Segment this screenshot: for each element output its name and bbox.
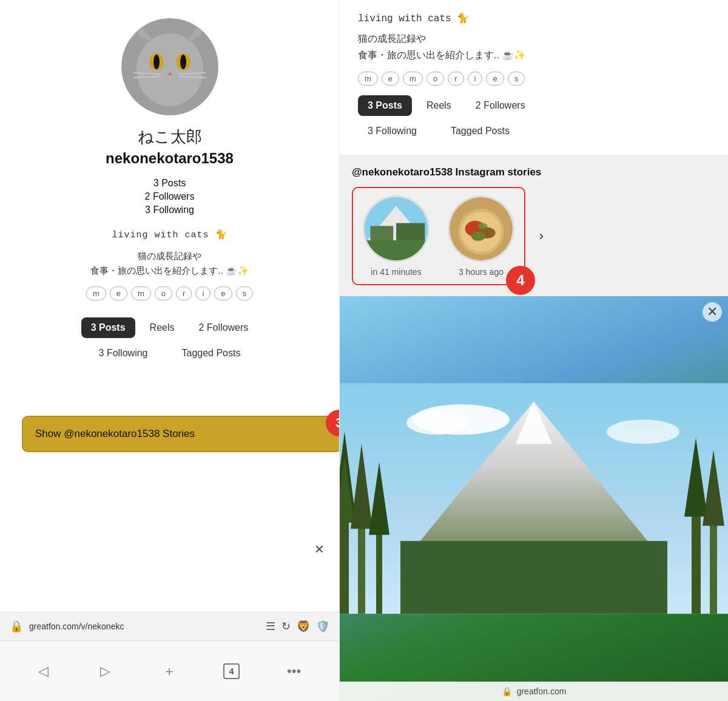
posts-count: 3 Posts	[153, 178, 186, 189]
svg-point-4	[153, 55, 160, 69]
vpn-icon[interactable]: 🛡️	[316, 620, 329, 633]
r-tab-reels[interactable]: Reels	[417, 95, 461, 116]
tab-posts[interactable]: 3 Posts	[81, 317, 135, 338]
r-highlight-i[interactable]: i	[468, 72, 483, 86]
stories-next-chevron[interactable]: ›	[539, 228, 544, 244]
popup-close-button[interactable]: ✕	[314, 542, 325, 557]
story-thumb-1	[363, 195, 430, 262]
tab-followers[interactable]: 2 Followers	[189, 317, 258, 338]
svg-rect-33	[358, 517, 365, 614]
tagline: living with cats 🐈	[112, 229, 227, 240]
svg-rect-42	[710, 514, 717, 614]
address-text[interactable]: greatfon.com/v/nekonekc	[29, 621, 260, 631]
story-item-2[interactable]: 3 hours ago	[448, 195, 514, 277]
stories-box: in 41 minutes	[352, 187, 525, 285]
svg-point-25	[478, 223, 487, 229]
svg-point-1	[136, 33, 203, 106]
r-tab-posts[interactable]: 3 Posts	[358, 95, 412, 116]
right-highlights: m e m o r i e s	[358, 72, 710, 86]
popup-badge: 3	[326, 410, 340, 436]
svg-point-29	[607, 420, 679, 444]
story-time-1: in 41 minutes	[371, 267, 421, 277]
back-button[interactable]: ◁	[33, 659, 53, 684]
bottom-domain: greatfon.com	[517, 686, 567, 696]
popup-text: Show @nekonekotaro1538 Stories	[35, 428, 195, 439]
svg-rect-18	[365, 240, 428, 260]
popup-container: ✕ Show @nekonekotaro1538 Stories 3	[10, 537, 329, 574]
refresh-icon[interactable]: ↻	[281, 620, 291, 633]
lock-icon: 🔒	[10, 620, 23, 633]
right-tabs-row2: 3 Following Tagged Posts	[358, 121, 710, 149]
r-highlight-o[interactable]: o	[426, 72, 444, 86]
r-highlight-s[interactable]: s	[508, 72, 525, 86]
stories-title: @nekonekotaro1538 Instagram stories	[352, 166, 716, 178]
svg-rect-35	[376, 523, 382, 614]
browser-nav: ◁ ▷ ＋ 4 •••	[0, 640, 339, 701]
stories-section: @nekonekotaro1538 Instagram stories	[340, 155, 728, 296]
tabs-count[interactable]: 4	[223, 663, 240, 679]
highlight-i[interactable]: i	[195, 286, 211, 300]
story-time-2: 3 hours ago	[459, 267, 504, 277]
r-tab-tagged[interactable]: Tagged Posts	[441, 121, 519, 141]
new-tab-button[interactable]: ＋	[158, 657, 181, 685]
left-panel: ねこ太郎 nekonekotaro1538 3 Posts 2 Follower…	[0, 0, 340, 701]
svg-point-24	[471, 232, 485, 241]
username: nekonekotaro1538	[106, 150, 234, 167]
following-count: 3 Following	[145, 205, 194, 215]
stories-badge: 4	[506, 266, 535, 295]
tabs-row-1: 3 Posts Reels 2 Followers	[81, 317, 258, 338]
r-highlight-e[interactable]: e	[382, 72, 399, 86]
avatar	[121, 18, 218, 115]
popup-bar[interactable]: Show @nekonekotaro1538 Stories 3	[22, 416, 340, 452]
more-options-button[interactable]: •••	[282, 659, 306, 684]
highlight-r[interactable]: r	[176, 286, 192, 300]
right-top-section: living with cats 🐈 猫の成長記録や食事・旅の思い出を紹介します…	[340, 0, 728, 155]
bottom-lock-bar: 🔒 greatfon.com	[340, 682, 728, 701]
r-tab-followers[interactable]: 2 Followers	[466, 95, 535, 116]
highlight-m[interactable]: m	[86, 286, 106, 300]
bio-text: 猫の成長記録や食事・旅の思い出を紹介します.. ☕✨	[90, 249, 249, 278]
highlight-s[interactable]: s	[236, 286, 254, 300]
display-name: ねこ太郎	[138, 126, 202, 147]
r-highlight-e2[interactable]: e	[486, 72, 504, 86]
r-tab-following[interactable]: 3 Following	[358, 121, 426, 141]
menu-icon[interactable]: ☰	[266, 620, 275, 633]
address-bar: 🔒 greatfon.com/v/nekonekc ☰ ↻ 🦁 🛡️	[0, 612, 339, 640]
highlights-row: m e m o r i e s	[86, 286, 253, 300]
highlight-e[interactable]: e	[110, 286, 127, 300]
svg-point-28	[406, 411, 467, 435]
followers-count: 2 Followers	[145, 191, 195, 202]
highlight-o[interactable]: o	[155, 286, 172, 300]
svg-rect-40	[692, 505, 701, 614]
main-photo[interactable]: ✕	[340, 296, 728, 701]
right-panel: living with cats 🐈 猫の成長記録や食事・旅の思い出を紹介します…	[340, 0, 728, 701]
story-item-1[interactable]: in 41 minutes	[363, 195, 430, 277]
highlight-e2[interactable]: e	[214, 286, 232, 300]
lock-icon-bottom: 🔒	[502, 686, 512, 696]
r-highlight-r[interactable]: r	[448, 72, 463, 86]
right-bio: 猫の成長記録や食事・旅の思い出を紹介します.. ☕✨	[358, 30, 710, 63]
tab-reels[interactable]: Reels	[140, 317, 184, 338]
svg-rect-39	[400, 541, 667, 614]
svg-rect-17	[396, 223, 425, 240]
highlight-m2[interactable]: m	[131, 286, 151, 300]
tabs-row-2: 3 Following Tagged Posts	[89, 343, 251, 364]
stats-section: 3 Posts 2 Followers 3 Following	[145, 178, 195, 215]
story-thumb-2	[448, 195, 514, 262]
r-highlight-m[interactable]: m	[358, 72, 378, 86]
svg-point-5	[180, 55, 186, 69]
tab-following[interactable]: 3 Following	[89, 343, 158, 364]
right-tagline: living with cats 🐈	[358, 12, 710, 24]
right-tabs-row1: 3 Posts Reels 2 Followers	[358, 95, 710, 116]
forward-button[interactable]: ▷	[95, 659, 115, 684]
svg-rect-16	[370, 226, 393, 241]
r-highlight-m2[interactable]: m	[403, 72, 423, 86]
brave-icon[interactable]: 🦁	[297, 620, 310, 633]
photo-section: ✕ 🔒 greatfon.com	[340, 296, 728, 701]
tab-tagged[interactable]: Tagged Posts	[172, 343, 250, 364]
